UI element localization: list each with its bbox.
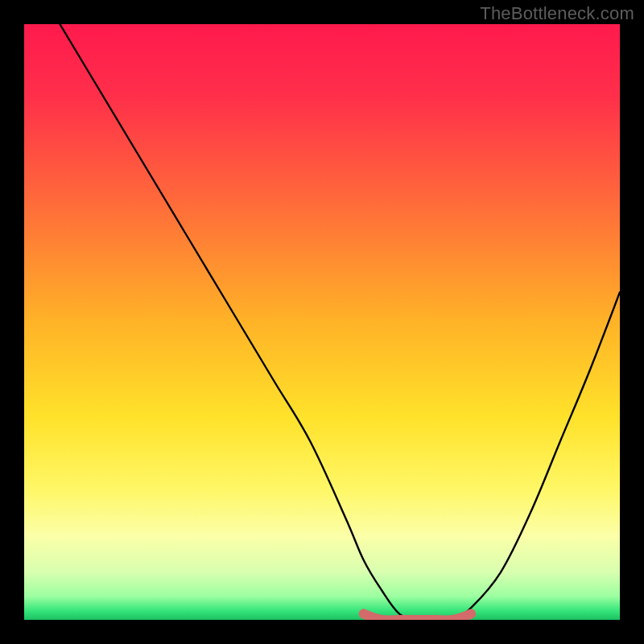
bottleneck-curve [24, 24, 620, 620]
chart-lines [24, 24, 620, 620]
chart-frame: TheBottleneck.com [0, 0, 644, 644]
sweet-spot-band [364, 614, 471, 620]
plot-area [24, 24, 620, 620]
sweet-spot-marker-right [466, 609, 476, 619]
sweet-spot-marker-left [359, 609, 369, 619]
attribution-text: TheBottleneck.com [480, 3, 634, 24]
